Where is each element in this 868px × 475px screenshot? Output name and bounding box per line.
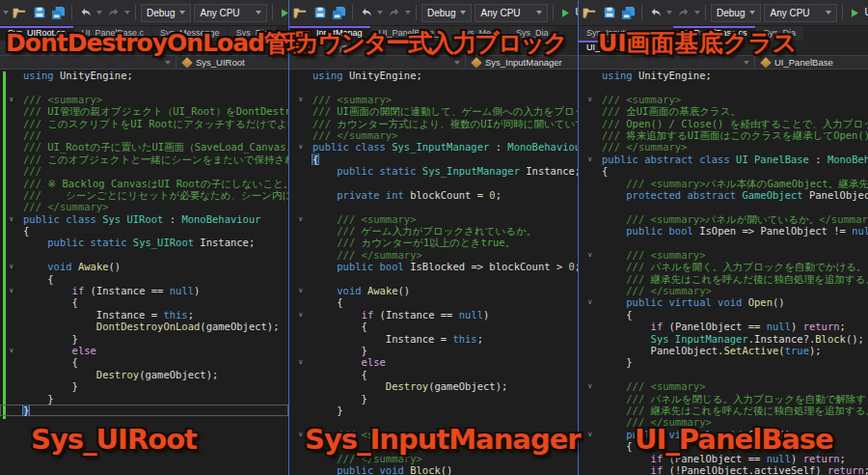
code-token: /// bbox=[602, 129, 626, 141]
code-line: ∨public class Sys_UIRoot : MonoBehaviour bbox=[0, 213, 288, 225]
code-token bbox=[23, 345, 72, 356]
fold-arrow-icon[interactable]: ∨ bbox=[587, 94, 599, 105]
code-line: ∨/// <summary> bbox=[579, 94, 868, 105]
code-token bbox=[602, 285, 626, 296]
overflow-caret-icon[interactable] bbox=[3, 11, 9, 14]
code-token: : bbox=[163, 213, 181, 225]
code-token: .Instance?. bbox=[748, 333, 816, 345]
undo-icon[interactable] bbox=[358, 5, 374, 21]
save-icon[interactable] bbox=[312, 5, 328, 21]
code-line: /// </summary> bbox=[289, 249, 578, 261]
redo-icon[interactable] bbox=[105, 5, 122, 21]
redo-icon[interactable] bbox=[386, 5, 402, 21]
redo-caret-icon[interactable] bbox=[405, 11, 411, 14]
open-folder-icon[interactable] bbox=[582, 5, 598, 21]
fold-arrow-icon[interactable]: ∨ bbox=[587, 154, 599, 165]
code-token: this bbox=[452, 333, 476, 345]
code-token: void bbox=[47, 261, 71, 272]
undo-icon[interactable] bbox=[647, 5, 664, 21]
code-token: public class bbox=[312, 141, 392, 153]
undo-icon[interactable] bbox=[77, 5, 94, 21]
fold-arrow-icon[interactable]: ∨ bbox=[587, 380, 599, 392]
fold-arrow-icon[interactable]: ∨ bbox=[9, 261, 20, 272]
save-all-icon[interactable] bbox=[331, 5, 347, 21]
debug-config-select[interactable]: Debug bbox=[421, 4, 472, 22]
code-line bbox=[289, 201, 578, 212]
code-token bbox=[312, 165, 337, 177]
save-icon[interactable] bbox=[601, 5, 617, 21]
fold-arrow-icon[interactable]: ∨ bbox=[298, 213, 310, 225]
save-icon[interactable] bbox=[31, 5, 47, 21]
undo-glyph bbox=[79, 6, 93, 19]
cpu-select[interactable]: Any CPU bbox=[764, 4, 837, 22]
code-token: else bbox=[362, 356, 386, 368]
code-line bbox=[0, 81, 288, 93]
code-editor[interactable]: using UnityEngine;∨/// <summary>/// 全UI画… bbox=[579, 70, 868, 475]
fold-arrow-icon[interactable]: ∨ bbox=[9, 94, 20, 105]
code-token: Sys_InputManager bbox=[422, 165, 520, 177]
code-token: /// bbox=[337, 237, 361, 248]
fold-arrow-icon[interactable]: ∨ bbox=[587, 249, 599, 261]
chevron-down-icon bbox=[256, 11, 261, 14]
cpu-select[interactable]: Any CPU bbox=[475, 4, 548, 22]
code-line: ∨public abstract class UI_PanelBase : Mo… bbox=[579, 154, 868, 165]
redo-caret-icon[interactable] bbox=[694, 11, 700, 14]
code-token bbox=[602, 189, 626, 201]
code-token: IsOpen => PanelObject != bbox=[693, 225, 852, 237]
redo-caret-icon[interactable] bbox=[124, 11, 130, 14]
code-editor[interactable]: using UnityEngine;∨/// <summary>/// UI画面… bbox=[289, 70, 578, 475]
cpu-value: Any CPU bbox=[770, 8, 809, 18]
code-line: if (PanelObject == null) return; bbox=[579, 321, 868, 332]
code-editor[interactable]: using UnityEngine;∨/// <summary>/// UI管理… bbox=[0, 70, 288, 475]
code-line: private int blockCount = 0; bbox=[289, 189, 578, 201]
undo-caret-icon[interactable] bbox=[377, 11, 383, 14]
attach-to-unity-button[interactable]: Unity にアタッチ bbox=[558, 4, 578, 22]
fold-arrow-icon[interactable]: ∨ bbox=[9, 213, 20, 225]
code-token: /// <summary> bbox=[626, 178, 705, 189]
code-token: () bbox=[441, 464, 453, 475]
overlay-label-top: DontDestroyOnLoad管理 bbox=[6, 27, 311, 59]
fold-arrow-icon[interactable]: ∨ bbox=[298, 141, 310, 153]
code-line: /// bbox=[0, 165, 288, 177]
open-folder-icon[interactable] bbox=[12, 5, 28, 21]
fold-arrow-icon[interactable]: ∨ bbox=[587, 429, 599, 440]
code-token bbox=[312, 249, 337, 261]
code-line bbox=[579, 81, 868, 93]
fold-arrow-icon[interactable]: ∨ bbox=[298, 356, 310, 368]
code-token bbox=[602, 429, 626, 440]
code-token: : bbox=[809, 154, 827, 165]
code-line: /// ※ Backlog_CanvasはUI_Rootの子にしないこと。 bbox=[0, 178, 288, 189]
code-token: Awake bbox=[362, 285, 398, 296]
fold-arrow-icon[interactable]: ∨ bbox=[587, 296, 599, 308]
undo-caret-icon[interactable] bbox=[666, 11, 672, 14]
code-line: } bbox=[579, 356, 868, 368]
fold-arrow-icon[interactable]: ∨ bbox=[298, 285, 310, 296]
save-all-icon[interactable] bbox=[620, 5, 637, 21]
debug-config-select[interactable]: Debug bbox=[141, 4, 191, 22]
cpu-select[interactable]: Any CPU bbox=[194, 4, 267, 22]
code-token: /// bbox=[337, 225, 361, 237]
code-line: /// UI画面の開閉に連動して、ゲーム側への入力をブロックする管理クラス。 bbox=[289, 105, 578, 117]
code-token: PanelObject. bbox=[602, 345, 723, 356]
attach-to-unity-button[interactable]: Unity にアタッチ bbox=[848, 4, 868, 22]
open-folder-icon[interactable] bbox=[292, 5, 309, 21]
attach-to-unity-button[interactable]: Unity にアタッチ bbox=[278, 4, 288, 22]
overlay-label-top: カウンター式入力ブロック bbox=[295, 27, 566, 59]
code-token: ; bbox=[864, 464, 868, 475]
code-token: Awake bbox=[72, 261, 109, 272]
save-all-icon[interactable] bbox=[50, 5, 67, 21]
fold-arrow-icon[interactable]: ∨ bbox=[9, 285, 20, 296]
debug-config-select[interactable]: Debug bbox=[711, 4, 761, 22]
undo-caret-icon[interactable] bbox=[96, 11, 102, 14]
fold-arrow-icon[interactable]: ∨ bbox=[9, 345, 20, 356]
code-line: /// </summary> bbox=[579, 285, 868, 296]
fold-arrow-icon[interactable]: ∨ bbox=[298, 94, 310, 105]
editor-panel-ui-panelbase: Debug Any CPU Unity にアタッチ Sys_InputManag… bbox=[579, 0, 868, 475]
fold-arrow-icon[interactable]: ∨ bbox=[298, 309, 310, 321]
code-token bbox=[602, 333, 651, 345]
code-token: void bbox=[337, 285, 361, 296]
code-line: } bbox=[0, 393, 288, 405]
code-token: () bbox=[773, 296, 785, 308]
code-token: } bbox=[23, 380, 78, 392]
redo-icon[interactable] bbox=[675, 5, 692, 21]
